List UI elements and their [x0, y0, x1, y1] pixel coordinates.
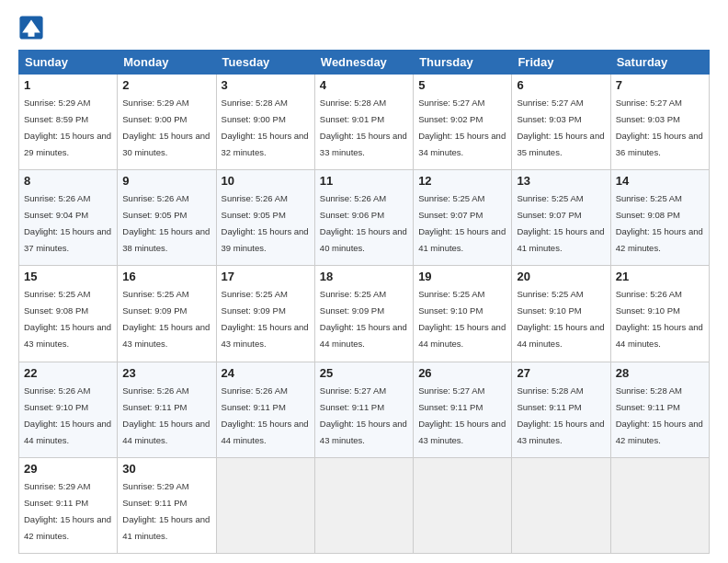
calendar-cell: 25 Sunrise: 5:27 AMSunset: 9:11 PMDaylig… — [314, 362, 413, 457]
calendar-table: Sunday Monday Tuesday Wednesday Thursday… — [18, 50, 710, 554]
calendar-cell: 29 Sunrise: 5:29 AMSunset: 9:11 PMDaylig… — [19, 457, 118, 553]
calendar-week-5: 29 Sunrise: 5:29 AMSunset: 9:11 PMDaylig… — [19, 457, 710, 553]
calendar-cell — [314, 457, 413, 553]
calendar-cell: 4 Sunrise: 5:28 AMSunset: 9:01 PMDayligh… — [314, 75, 413, 170]
day-info: Sunrise: 5:26 AMSunset: 9:11 PMDaylight:… — [122, 385, 210, 445]
calendar-cell: 19 Sunrise: 5:25 AMSunset: 9:10 PMDaylig… — [414, 266, 512, 362]
col-tuesday: Tuesday — [216, 51, 314, 75]
calendar-cell: 9 Sunrise: 5:26 AMSunset: 9:05 PMDayligh… — [118, 170, 216, 266]
calendar-cell: 28 Sunrise: 5:28 AMSunset: 9:11 PMDaylig… — [610, 362, 709, 457]
day-info: Sunrise: 5:25 AMSunset: 9:07 PMDaylight:… — [517, 193, 604, 253]
day-number: 13 — [517, 174, 605, 188]
col-saturday: Saturday — [610, 51, 709, 75]
day-info: Sunrise: 5:26 AMSunset: 9:11 PMDaylight:… — [222, 385, 309, 445]
day-number: 21 — [616, 270, 704, 283]
calendar-week-1: 1 Sunrise: 5:29 AMSunset: 8:59 PMDayligh… — [19, 75, 710, 170]
day-number: 2 — [122, 78, 210, 92]
day-info: Sunrise: 5:29 AMSunset: 9:11 PMDaylight:… — [24, 481, 111, 541]
day-info: Sunrise: 5:25 AMSunset: 9:08 PMDaylight:… — [616, 193, 703, 253]
day-info: Sunrise: 5:28 AMSunset: 9:11 PMDaylight:… — [517, 385, 604, 445]
col-monday: Monday — [118, 51, 216, 75]
calendar-cell: 8 Sunrise: 5:26 AMSunset: 9:04 PMDayligh… — [19, 170, 118, 266]
day-number: 20 — [517, 270, 605, 283]
day-info: Sunrise: 5:26 AMSunset: 9:10 PMDaylight:… — [616, 289, 703, 349]
day-number: 22 — [24, 366, 112, 380]
header — [18, 15, 710, 40]
day-number: 27 — [517, 366, 605, 380]
calendar-cell: 14 Sunrise: 5:25 AMSunset: 9:08 PMDaylig… — [610, 170, 709, 266]
calendar-cell: 11 Sunrise: 5:26 AMSunset: 9:06 PMDaylig… — [314, 170, 413, 266]
calendar-cell: 17 Sunrise: 5:25 AMSunset: 9:09 PMDaylig… — [216, 266, 314, 362]
calendar-cell: 24 Sunrise: 5:26 AMSunset: 9:11 PMDaylig… — [216, 362, 314, 457]
calendar-cell — [414, 457, 512, 553]
calendar-cell: 2 Sunrise: 5:29 AMSunset: 9:00 PMDayligh… — [118, 75, 216, 170]
day-info: Sunrise: 5:28 AMSunset: 9:11 PMDaylight:… — [616, 385, 703, 445]
calendar-cell: 23 Sunrise: 5:26 AMSunset: 9:11 PMDaylig… — [118, 362, 216, 457]
day-number: 7 — [616, 78, 704, 92]
calendar-cell: 3 Sunrise: 5:28 AMSunset: 9:00 PMDayligh… — [216, 75, 314, 170]
day-number: 26 — [418, 366, 506, 380]
day-number: 16 — [122, 270, 210, 283]
day-info: Sunrise: 5:25 AMSunset: 9:09 PMDaylight:… — [122, 289, 210, 349]
day-number: 12 — [418, 174, 506, 188]
day-info: Sunrise: 5:29 AMSunset: 8:59 PMDaylight:… — [24, 98, 111, 157]
day-info: Sunrise: 5:26 AMSunset: 9:10 PMDaylight:… — [24, 385, 111, 445]
day-number: 15 — [24, 270, 112, 283]
day-number: 14 — [616, 174, 704, 188]
day-info: Sunrise: 5:27 AMSunset: 9:03 PMDaylight:… — [616, 98, 703, 157]
day-info: Sunrise: 5:25 AMSunset: 9:10 PMDaylight:… — [418, 289, 506, 349]
day-info: Sunrise: 5:27 AMSunset: 9:02 PMDaylight:… — [418, 98, 506, 157]
day-info: Sunrise: 5:28 AMSunset: 9:00 PMDaylight:… — [222, 98, 309, 157]
calendar-page: Sunday Monday Tuesday Wednesday Thursday… — [0, 0, 728, 563]
day-info: Sunrise: 5:26 AMSunset: 9:04 PMDaylight:… — [24, 193, 111, 253]
calendar-cell — [512, 457, 610, 553]
calendar-cell: 12 Sunrise: 5:25 AMSunset: 9:07 PMDaylig… — [414, 170, 512, 266]
calendar-cell: 1 Sunrise: 5:29 AMSunset: 8:59 PMDayligh… — [19, 75, 118, 170]
day-number: 30 — [122, 462, 210, 476]
day-number: 5 — [418, 78, 506, 92]
day-number: 28 — [616, 366, 704, 380]
calendar-cell: 15 Sunrise: 5:25 AMSunset: 9:08 PMDaylig… — [19, 266, 118, 362]
calendar-cell: 30 Sunrise: 5:29 AMSunset: 9:11 PMDaylig… — [118, 457, 216, 553]
calendar-cell: 18 Sunrise: 5:25 AMSunset: 9:09 PMDaylig… — [314, 266, 413, 362]
calendar-cell: 10 Sunrise: 5:26 AMSunset: 9:05 PMDaylig… — [216, 170, 314, 266]
svg-rect-2 — [28, 31, 35, 37]
logo-icon — [18, 15, 44, 40]
calendar-week-2: 8 Sunrise: 5:26 AMSunset: 9:04 PMDayligh… — [19, 170, 710, 266]
day-number: 3 — [222, 78, 310, 92]
logo — [18, 15, 48, 40]
day-number: 1 — [24, 78, 112, 92]
col-thursday: Thursday — [414, 51, 512, 75]
day-number: 25 — [320, 366, 408, 380]
day-info: Sunrise: 5:25 AMSunset: 9:08 PMDaylight:… — [24, 289, 111, 349]
calendar-cell: 21 Sunrise: 5:26 AMSunset: 9:10 PMDaylig… — [610, 266, 709, 362]
calendar-cell — [610, 457, 709, 553]
day-info: Sunrise: 5:29 AMSunset: 9:11 PMDaylight:… — [122, 481, 210, 541]
header-row: Sunday Monday Tuesday Wednesday Thursday… — [19, 51, 710, 75]
day-number: 9 — [122, 174, 210, 188]
day-info: Sunrise: 5:26 AMSunset: 9:06 PMDaylight:… — [320, 193, 407, 253]
day-info: Sunrise: 5:28 AMSunset: 9:01 PMDaylight:… — [320, 98, 407, 157]
day-number: 10 — [222, 174, 310, 188]
col-friday: Friday — [512, 51, 610, 75]
day-info: Sunrise: 5:25 AMSunset: 9:09 PMDaylight:… — [222, 289, 309, 349]
day-info: Sunrise: 5:27 AMSunset: 9:03 PMDaylight:… — [517, 98, 604, 157]
day-number: 19 — [418, 270, 506, 283]
day-number: 23 — [122, 366, 210, 380]
calendar-week-4: 22 Sunrise: 5:26 AMSunset: 9:10 PMDaylig… — [19, 362, 710, 457]
calendar-cell: 13 Sunrise: 5:25 AMSunset: 9:07 PMDaylig… — [512, 170, 610, 266]
day-info: Sunrise: 5:27 AMSunset: 9:11 PMDaylight:… — [418, 385, 506, 445]
day-info: Sunrise: 5:25 AMSunset: 9:07 PMDaylight:… — [418, 193, 506, 253]
col-wednesday: Wednesday — [314, 51, 413, 75]
calendar-cell: 7 Sunrise: 5:27 AMSunset: 9:03 PMDayligh… — [610, 75, 709, 170]
col-sunday: Sunday — [19, 51, 118, 75]
calendar-cell: 27 Sunrise: 5:28 AMSunset: 9:11 PMDaylig… — [512, 362, 610, 457]
day-number: 4 — [320, 78, 408, 92]
day-info: Sunrise: 5:29 AMSunset: 9:00 PMDaylight:… — [122, 98, 210, 157]
day-number: 29 — [24, 462, 112, 476]
day-info: Sunrise: 5:25 AMSunset: 9:09 PMDaylight:… — [320, 289, 407, 349]
calendar-cell: 20 Sunrise: 5:25 AMSunset: 9:10 PMDaylig… — [512, 266, 610, 362]
calendar-cell — [216, 457, 314, 553]
day-info: Sunrise: 5:27 AMSunset: 9:11 PMDaylight:… — [320, 385, 407, 445]
calendar-cell: 22 Sunrise: 5:26 AMSunset: 9:10 PMDaylig… — [19, 362, 118, 457]
